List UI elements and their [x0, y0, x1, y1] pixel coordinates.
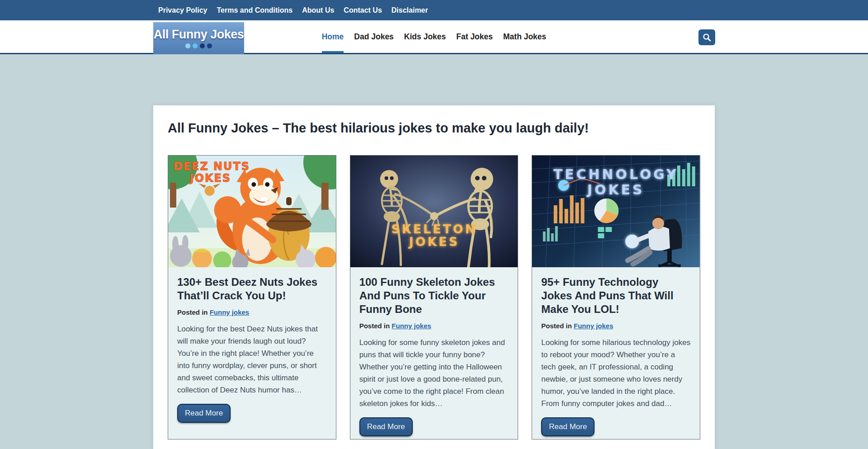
page-background: All Funny Jokes – The best hilarious jok… — [0, 54, 868, 449]
nav-item-kids-jokes[interactable]: Kids Jokes — [404, 20, 446, 53]
post-grid: DEEZ NUTS JOKES 130+ Best Deez Nuts Joke… — [168, 155, 700, 440]
post-card-technology: TECHNOLOGY JOKES 95+ Funny Technology Jo… — [532, 155, 700, 440]
post-thumbnail-skeleton[interactable]: SKELETON JOKES — [350, 156, 518, 267]
svg-text:JOKES: JOKES — [408, 235, 459, 249]
content-panel: All Funny Jokes – The best hilarious jok… — [153, 105, 715, 449]
posted-in-label: Posted in — [177, 308, 208, 316]
post-excerpt: Looking for some hilarious technology jo… — [541, 336, 691, 410]
category-link-funny-jokes[interactable]: Funny jokes — [210, 308, 250, 316]
post-title-link[interactable]: 95+ Funny Technology Jokes And Puns That… — [541, 275, 691, 316]
read-more-button[interactable]: Read More — [359, 417, 413, 436]
post-body: 95+ Funny Technology Jokes And Puns That… — [532, 267, 700, 436]
post-excerpt: Looking for some funny skeleton jokes an… — [359, 336, 509, 410]
logo-dots-decoration — [185, 43, 212, 48]
nav-item-dad-jokes[interactable]: Dad Jokes — [354, 20, 394, 53]
top-link-terms[interactable]: Terms and Conditions — [217, 6, 293, 14]
squirrel-acorn-illustration: DEEZ NUTS JOKES — [168, 156, 336, 267]
posted-in-line: Posted in Funny jokes — [177, 308, 249, 316]
search-icon — [703, 33, 711, 42]
nav-item-fat-jokes[interactable]: Fat Jokes — [456, 20, 493, 53]
read-more-button[interactable]: Read More — [541, 417, 594, 436]
site-logo-text: All Funny Jokes — [154, 28, 244, 41]
technology-illustration: TECHNOLOGY JOKES — [532, 156, 700, 267]
posted-in-label: Posted in — [541, 322, 572, 330]
site-header: All Funny Jokes Home Dad Jokes Kids Joke… — [0, 20, 868, 54]
skeletons-illustration: SKELETON JOKES — [350, 156, 518, 267]
top-link-contact-us[interactable]: Contact Us — [344, 6, 382, 14]
svg-text:JOKES: JOKES — [586, 182, 645, 198]
svg-text:JOKES: JOKES — [189, 172, 231, 184]
posted-in-line: Posted in Funny jokes — [359, 322, 431, 330]
top-utility-bar: Privacy Policy Terms and Conditions Abou… — [0, 0, 868, 20]
svg-text:SKELETON: SKELETON — [391, 222, 477, 236]
primary-navigation: Home Dad Jokes Kids Jokes Fat Jokes Math… — [322, 20, 547, 53]
post-title-link[interactable]: 130+ Best Deez Nuts Jokes That’ll Crack … — [177, 275, 327, 302]
post-title-link[interactable]: 100 Funny Skeleton Jokes And Puns To Tic… — [359, 275, 509, 316]
page-title: All Funny Jokes – The best hilarious jok… — [168, 120, 700, 136]
search-button[interactable] — [698, 29, 715, 45]
posted-in-line: Posted in Funny jokes — [541, 322, 613, 330]
posted-in-label: Posted in — [359, 322, 390, 330]
top-link-disclaimer[interactable]: Disclaimer — [392, 6, 428, 14]
post-card-deez-nuts: DEEZ NUTS JOKES 130+ Best Deez Nuts Joke… — [168, 155, 336, 440]
top-link-about-us[interactable]: About Us — [302, 6, 334, 14]
site-logo[interactable]: All Funny Jokes — [153, 22, 244, 54]
nav-item-home[interactable]: Home — [322, 20, 344, 53]
post-excerpt: Looking for the best Deez Nuts jokes tha… — [177, 323, 327, 396]
category-link-funny-jokes[interactable]: Funny jokes — [392, 322, 431, 330]
post-thumbnail-deez-nuts[interactable]: DEEZ NUTS JOKES — [168, 156, 336, 267]
nav-item-math-jokes[interactable]: Math Jokes — [503, 20, 546, 53]
post-body: 130+ Best Deez Nuts Jokes That’ll Crack … — [168, 267, 336, 423]
top-link-privacy-policy[interactable]: Privacy Policy — [158, 6, 208, 14]
svg-text:TECHNOLOGY: TECHNOLOGY — [553, 166, 679, 182]
svg-text:DEEZ NUTS: DEEZ NUTS — [174, 160, 250, 173]
read-more-button[interactable]: Read More — [177, 404, 231, 423]
post-card-skeleton: SKELETON JOKES 100 Funny Skeleton Jokes … — [350, 155, 519, 440]
post-body: 100 Funny Skeleton Jokes And Puns To Tic… — [350, 267, 518, 436]
post-thumbnail-technology[interactable]: TECHNOLOGY JOKES — [532, 156, 700, 267]
category-link-funny-jokes[interactable]: Funny jokes — [574, 322, 613, 330]
